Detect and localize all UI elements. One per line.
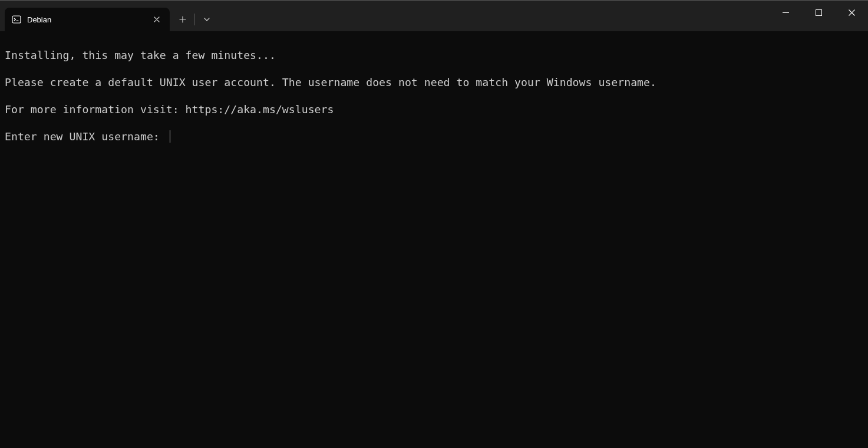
tab-dropdown-button[interactable] [196,9,217,30]
divider [194,14,195,25]
terminal-line: For more information visit: https://aka.… [5,103,863,116]
terminal-line: Please create a default UNIX user accoun… [5,75,863,89]
new-tab-button[interactable] [172,9,193,30]
terminal-line: Installing, this may take a few minutes.… [5,48,863,62]
terminal-icon [12,15,21,24]
maximize-button[interactable] [802,1,835,24]
cursor [170,130,171,143]
svg-rect-2 [783,12,789,13]
terminal-output[interactable]: Installing, this may take a few minutes.… [0,31,868,160]
svg-rect-3 [816,9,821,15]
tab-actions [172,8,217,31]
minimize-button[interactable] [769,1,802,24]
tab-close-button[interactable] [150,12,164,27]
tabs-container: Debian [0,1,217,31]
tab-debian[interactable]: Debian [5,8,170,31]
tab-title: Debian [27,15,150,24]
window-controls [769,1,868,24]
prompt-line: Enter new UNIX username: [5,130,863,143]
prompt-text: Enter new UNIX username: [5,130,166,143]
close-button[interactable] [835,1,868,24]
svg-rect-0 [12,16,21,23]
titlebar: Debian [0,1,868,31]
